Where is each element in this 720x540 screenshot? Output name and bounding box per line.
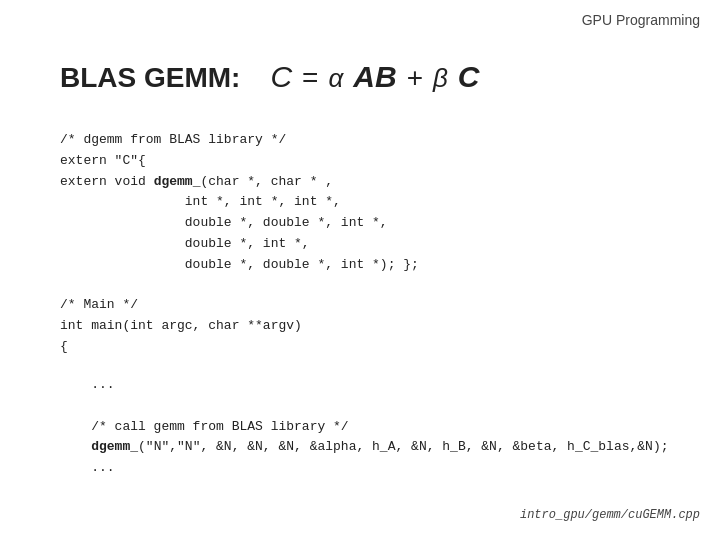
- code-main-brace: {: [60, 337, 302, 358]
- code-blank: [60, 396, 669, 417]
- code-line-6: double *, int *,: [60, 234, 419, 255]
- code-line-2: extern "C"{: [60, 151, 419, 172]
- formula-plus: +: [407, 62, 423, 94]
- slide: GPU Programming BLAS GEMM: C = αAB + βC …: [0, 0, 720, 540]
- header-title: GPU Programming: [582, 12, 700, 28]
- formula-equals: =: [302, 62, 318, 94]
- code-dgemm-call: dgemm_("N","N", &N, &N, &N, &alpha, h_A,…: [60, 437, 669, 458]
- code-main-comment: /* Main */: [60, 295, 302, 316]
- code-block-2: /* Main */ int main(int argc, char **arg…: [60, 295, 302, 357]
- formula: C = αAB + βC: [270, 60, 479, 94]
- code-line-3: extern void dgemm_(char *, char * ,: [60, 172, 419, 193]
- formula-alpha: α: [328, 63, 343, 94]
- code-line-1: /* dgemm from BLAS library */: [60, 130, 419, 151]
- formula-ab: AB: [353, 60, 396, 94]
- formula-beta: β: [433, 63, 448, 94]
- formula-c: C: [270, 60, 292, 94]
- code-dots-1: ...: [60, 375, 669, 396]
- footer-filename: intro_gpu/gemm/cuGEMM.cpp: [520, 508, 700, 522]
- code-call-comment: /* call gemm from BLAS library */: [60, 417, 669, 438]
- code-block-1: /* dgemm from BLAS library */ extern "C"…: [60, 130, 419, 276]
- formula-bc: C: [458, 60, 480, 94]
- code-dots-2: ...: [60, 458, 669, 479]
- code-block-3: ... /* call gemm from BLAS library */ dg…: [60, 375, 669, 479]
- blas-gemm-label: BLAS GEMM:: [60, 62, 240, 94]
- code-main-sig: int main(int argc, char **argv): [60, 316, 302, 337]
- code-line-7: double *, double *, int *); };: [60, 255, 419, 276]
- code-line-4: int *, int *, int *,: [60, 192, 419, 213]
- title-section: BLAS GEMM: C = αAB + βC: [60, 60, 480, 94]
- code-line-5: double *, double *, int *,: [60, 213, 419, 234]
